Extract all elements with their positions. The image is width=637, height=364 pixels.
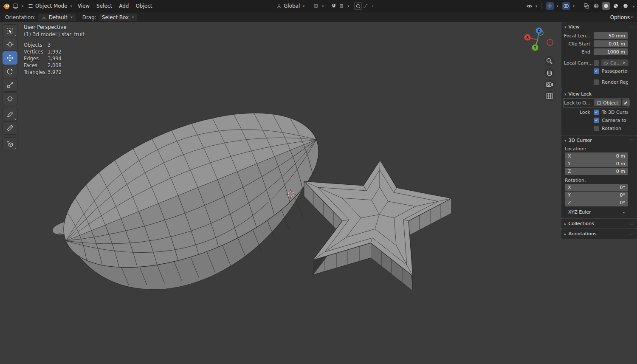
shading-wireframe-button[interactable]: [592, 2, 600, 10]
panel-collections: Collections: [561, 219, 637, 229]
local-camera-value: Ca...: [610, 60, 621, 66]
zoom-button[interactable]: [544, 56, 555, 66]
menu-add[interactable]: Add: [116, 2, 132, 10]
passepartout-checkbox[interactable]: [594, 68, 599, 74]
drag-grip-icon[interactable]: [629, 231, 634, 236]
local-camera-checkbox[interactable]: [594, 60, 599, 66]
collapse-icon: [564, 231, 567, 237]
clear-icon[interactable]: [623, 61, 626, 65]
show-overlays-toggle[interactable]: [561, 2, 575, 10]
cursor-location-z-field[interactable]: Z 0 m: [565, 168, 628, 175]
pan-button[interactable]: [544, 68, 555, 78]
drag-grip-icon[interactable]: [629, 138, 634, 143]
drag-grip-icon[interactable]: [629, 221, 634, 226]
panel-view: View Focal Len... 50 mm Clip Start 0.01 …: [561, 22, 637, 89]
add-cube-icon: [6, 140, 14, 148]
camera-icon: [604, 61, 609, 65]
focal-length-label: Focal Len...: [564, 33, 594, 39]
overlays-icon: [563, 3, 569, 9]
transform-orientation-dropdown[interactable]: Global: [274, 2, 307, 10]
camera-to-view-checkbox[interactable]: [594, 118, 599, 123]
cursor-location-x-field[interactable]: X 0 m: [565, 152, 628, 160]
shading-material-button[interactable]: [612, 2, 620, 10]
proportional-circle-icon: [355, 3, 361, 9]
mode-dropdown[interactable]: Object Mode: [25, 2, 74, 10]
tool-scale[interactable]: [3, 79, 17, 92]
cursor-rotation-x-field[interactable]: X 0°: [565, 184, 628, 191]
tool-select-box[interactable]: [3, 24, 17, 37]
pivot-point-dropdown[interactable]: [311, 2, 326, 10]
drag-grip-icon[interactable]: [629, 25, 634, 29]
object-type-visibility-dropdown[interactable]: [525, 2, 538, 10]
proportional-falloff-dropdown[interactable]: [362, 2, 374, 10]
options-button[interactable]: Options: [610, 14, 633, 20]
drag-mode-value: Select Box: [102, 14, 129, 20]
menu-view[interactable]: View: [74, 2, 93, 10]
tool-annotate[interactable]: [3, 108, 17, 121]
axis-letter: X: [568, 185, 571, 190]
gizmo-y-label: Y: [533, 46, 536, 50]
options-label: Options: [610, 14, 630, 20]
axis-value: 0 m: [616, 169, 625, 174]
cursor-rotation-y-field[interactable]: Y 0°: [565, 192, 628, 199]
object-data-icon: [597, 101, 601, 105]
panel-annotations-header[interactable]: Annotations: [561, 229, 637, 239]
snap-toggle[interactable]: [330, 2, 338, 10]
cursor-rotation-z-field[interactable]: Z 0°: [565, 199, 628, 206]
rotation-mode-dropdown[interactable]: XYZ Euler: [565, 208, 628, 216]
clip-start-field[interactable]: 0.01 m: [594, 40, 628, 47]
panel-collections-header[interactable]: Collections: [561, 219, 637, 229]
menu-select[interactable]: Select: [93, 2, 116, 10]
panel-view-lock-header[interactable]: View Lock: [561, 89, 637, 99]
lock-3d-cursor-checkbox[interactable]: [594, 110, 599, 115]
tool-move[interactable]: [3, 51, 17, 65]
expand-icon: [564, 24, 567, 30]
eyedropper-button[interactable]: [622, 99, 630, 106]
scene-path-overlay: (1) 3d model | star_fruit: [24, 31, 85, 37]
panel-3d-cursor: 3D Cursor Location: X 0 m Y 0 m Z 0 m Ro…: [561, 135, 637, 218]
chevron-down-icon: [623, 209, 625, 215]
xray-toggle[interactable]: [583, 2, 590, 10]
gizmo-x-label: X: [526, 36, 529, 40]
header-bar: Object Mode View Select Add Object Globa…: [0, 0, 637, 12]
blender-logo[interactable]: [3, 2, 10, 10]
focal-length-field[interactable]: 50 mm: [594, 32, 628, 39]
panel-view-header[interactable]: View: [561, 22, 637, 32]
3d-viewport[interactable]: Z X Y: [0, 0, 637, 364]
clip-end-field[interactable]: 1000 m: [594, 48, 628, 55]
render-region-checkbox[interactable]: [594, 79, 599, 85]
camera-view-button[interactable]: [544, 79, 555, 90]
local-camera-field[interactable]: Ca...: [601, 59, 629, 66]
stat-value: 3,994: [48, 56, 62, 62]
tool-add-cube[interactable]: [3, 137, 17, 150]
lock-rotation-label: Rotation: [602, 126, 621, 131]
axis-value: 0°: [620, 200, 626, 206]
shading-dropdown[interactable]: [631, 3, 634, 9]
drag-mode-dropdown[interactable]: Select Box: [99, 14, 137, 21]
panel-3d-cursor-header[interactable]: 3D Cursor: [561, 135, 637, 145]
lock-3d-cursor-label: To 3D Cursor: [602, 110, 628, 115]
gizmo-arrows-icon: [547, 3, 553, 9]
passepartout-label: Passepartout: [602, 68, 628, 74]
shading-rendered-button[interactable]: [622, 2, 629, 10]
tool-transform[interactable]: [3, 92, 17, 105]
panel-view-title: View: [569, 24, 580, 30]
editor-type-dropdown[interactable]: [10, 2, 25, 10]
lock-object-field[interactable]: Object: [594, 99, 621, 106]
lock-rotation-checkbox[interactable]: [594, 126, 599, 131]
menu-object[interactable]: Object: [132, 2, 155, 10]
gizmo-axis-neg-x[interactable]: [547, 40, 553, 45]
tool-measure[interactable]: [3, 121, 17, 135]
show-gizmos-toggle[interactable]: [545, 2, 559, 10]
cursor-location-y-field[interactable]: Y 0 m: [565, 160, 628, 167]
proportional-edit-toggle[interactable]: [354, 2, 362, 10]
tool-rotate[interactable]: [3, 65, 17, 78]
snap-settings-dropdown[interactable]: [338, 2, 350, 10]
tool-cursor[interactable]: [3, 38, 17, 51]
lock-object-value: Object: [603, 100, 618, 106]
ortho-toggle-button[interactable]: [544, 91, 555, 101]
measure-ruler-icon: [6, 124, 14, 132]
tool-orientation-dropdown[interactable]: Default: [38, 14, 76, 21]
shading-solid-button[interactable]: [602, 2, 610, 10]
stat-value: 3,972: [48, 69, 62, 76]
